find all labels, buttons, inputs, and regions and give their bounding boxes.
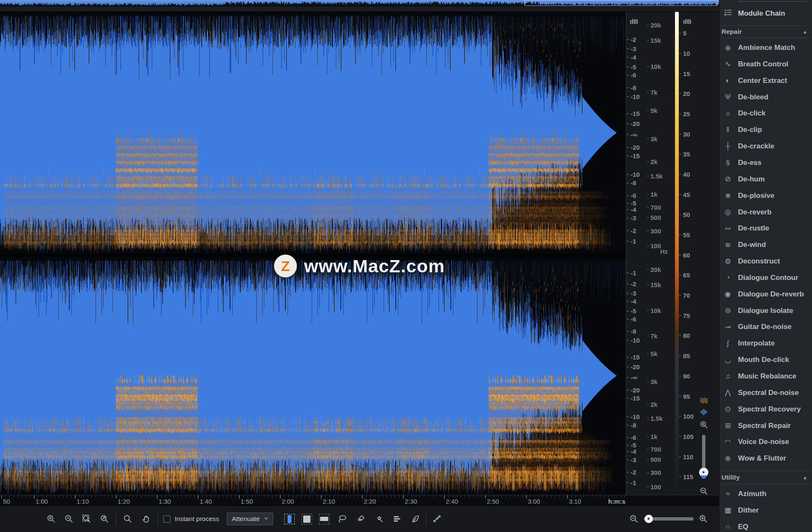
module-item-spectral-recovery[interactable]: ⊙Spectral Recovery — [719, 403, 812, 416]
zoom-out-button[interactable] — [63, 513, 75, 525]
brush-selection-tool[interactable] — [354, 513, 367, 525]
module-item-guitar-de-noise[interactable]: ⊸Guitar De-noise — [719, 320, 812, 334]
colorbar-tick — [679, 114, 681, 114]
amplitude-tick — [627, 357, 629, 357]
amplitude-tick — [627, 156, 629, 156]
magnify-tool-button[interactable] — [121, 513, 134, 525]
module-item-de-crackle[interactable]: ┼De-crackle — [719, 140, 812, 153]
module-item-de-wind[interactable]: ≋De-wind — [719, 238, 812, 252]
module-item-ambience-match[interactable]: ⊕Ambience Match — [719, 41, 812, 55]
grab-tool-button[interactable] — [140, 513, 153, 525]
frequency-selection-tool-glyph — [320, 517, 328, 521]
module-item-dialogue-de-reverb[interactable]: ◉Dialogue De-reverb — [719, 288, 812, 301]
module-item-spectral-de-noise[interactable]: ⋀Spectral De-noise — [719, 386, 812, 400]
frequency-selection-tool[interactable] — [319, 514, 329, 524]
time-selection-tool[interactable] — [284, 514, 295, 524]
module-item-de-ess[interactable]: §De-ess — [719, 156, 812, 170]
module-item-eq[interactable]: ∩EQ — [719, 520, 812, 532]
magic-wand-tool[interactable] — [373, 513, 385, 525]
amplitude-tick-label: -10 — [631, 93, 640, 100]
module-item-label: Dialogue De-reverb — [734, 290, 804, 299]
ruler-time-label: 2:00 — [282, 498, 294, 505]
module-item-dialogue-contour[interactable]: ◔Dialogue Contour — [719, 271, 812, 285]
frequency-tick — [647, 269, 649, 270]
frequency-tick-label: 700 — [650, 204, 661, 211]
amplitude-tick-label: -2 — [631, 280, 636, 288]
colorbar-tick-label: 25 — [683, 110, 690, 118]
amplitude-tick-label: -5 — [631, 63, 636, 70]
colorbar-tick-label: 60 — [683, 251, 690, 258]
module-item-de-bleed[interactable]: ΨDe-bleed — [719, 90, 812, 104]
amplitude-tick-label: -6 — [631, 71, 636, 79]
spectrogram-channel-right[interactable] — [0, 257, 626, 495]
module-item-label: Center Extract — [734, 77, 787, 85]
module-item-de-rustle[interactable]: ∾De-rustle — [719, 222, 812, 235]
process-mode-select[interactable]: Attenuate — [227, 513, 273, 525]
amplitude-tick — [627, 147, 629, 148]
amplitude-tick — [627, 273, 629, 273]
draw-curve-tool[interactable] — [431, 513, 443, 525]
lasso-selection-tool[interactable] — [336, 513, 349, 525]
vertical-zoom-in-button[interactable] — [698, 419, 709, 430]
module-item-wow-flutter[interactable]: ⊗Wow & Flutter — [719, 452, 812, 465]
timeline-zoom-slider[interactable] — [644, 517, 694, 521]
frequency-tick — [647, 25, 649, 25]
module-item-mouth-de-click[interactable]: ◡Mouth De-click — [719, 353, 812, 367]
module-item-center-extract[interactable]: ◐Center Extract — [719, 74, 812, 88]
mouth-de-click-icon: ◡ — [719, 356, 734, 365]
colorbar-tick-label: 15 — [683, 70, 690, 77]
amplitude-tick-label: -4 — [631, 206, 636, 213]
module-item-de-reverb[interactable]: ◎De-reverb — [719, 206, 812, 219]
waveform-settings-button[interactable] — [698, 406, 709, 417]
wand-settings-button[interactable] — [391, 513, 403, 525]
module-item-azimuth[interactable]: ≈Azimuth — [719, 487, 812, 501]
vertical-zoom-slider-thumb[interactable] — [699, 468, 708, 477]
module-item-de-hum[interactable]: ⊘De-hum — [719, 173, 812, 186]
amplitude-tick — [627, 390, 629, 390]
module-item-spectral-repair[interactable]: ⊞Spectral Repair — [719, 419, 812, 433]
amplitude-tick-label: -1 — [631, 269, 636, 276]
module-item-breath-control[interactable]: ∿Breath Control — [719, 58, 812, 71]
spectrogram-channel-left[interactable] — [0, 12, 626, 254]
colorbar-tick — [679, 477, 681, 477]
spectrogram-settings-button[interactable] — [698, 395, 709, 406]
time-frequency-selection-tool[interactable] — [302, 514, 312, 524]
module-item-interpolate[interactable]: ∫Interpolate — [719, 337, 812, 350]
colorbar-tick-label: 55 — [683, 231, 690, 239]
ruler-major-tick — [321, 495, 321, 499]
timeline-zoom-out-button[interactable] — [628, 513, 640, 525]
timeline-zoom-in-button[interactable] — [697, 513, 710, 525]
module-item-de-click[interactable]: ☼De-click — [719, 107, 812, 120]
module-item-dialogue-isolate[interactable]: ⊜Dialogue Isolate — [719, 304, 812, 318]
module-item-deconstruct[interactable]: ⚙Deconstruct — [719, 255, 812, 268]
zoom-selection-button[interactable] — [80, 513, 93, 525]
zoom-in-button[interactable] — [45, 513, 58, 525]
module-item-music-rebalance[interactable]: ♫Music Rebalance — [719, 370, 812, 383]
section-header-utility[interactable]: Utility▲ — [719, 471, 812, 484]
breath-control-icon: ∿ — [719, 60, 734, 69]
colorbar-tick — [679, 436, 681, 437]
colorbar-tick-label: 105 — [683, 433, 694, 440]
module-item-de-plosive[interactable]: ⋇De-plosive — [719, 189, 812, 203]
module-item-voice-de-noise[interactable]: ◠Voice De-noise — [719, 435, 812, 449]
center-extract-icon: ◐ — [719, 77, 734, 85]
feather-selection-button[interactable] — [409, 513, 422, 525]
timeline-zoom-slider-thumb[interactable] — [645, 515, 653, 523]
frequency-tick-label: 100 — [650, 242, 661, 249]
overview-minimap[interactable] — [0, 0, 719, 6]
frequency-tick — [647, 162, 649, 162]
module-item-de-clip[interactable]: ‖De-clip — [719, 123, 812, 137]
module-chain-button[interactable]: Module Chain — [719, 7, 812, 20]
time-ruler[interactable]: 501:001:101:201:301:401:502:002:102:202:… — [0, 495, 719, 505]
module-item-label: Voice De-noise — [734, 438, 789, 446]
ruler-major-tick — [1, 495, 2, 499]
toolbar-divider — [426, 512, 426, 526]
section-header-repair[interactable]: Repair▲ — [719, 25, 812, 38]
amplitude-tick — [627, 174, 629, 175]
instant-process-checkbox[interactable] — [163, 516, 170, 523]
spectral-repair-icon: ⊞ — [719, 421, 734, 430]
module-item-dither[interactable]: ▦Dither — [719, 504, 812, 517]
frequency-tick-label: 700 — [650, 445, 661, 452]
colorbar-tick — [679, 214, 681, 215]
zoom-fit-button[interactable] — [98, 513, 111, 525]
